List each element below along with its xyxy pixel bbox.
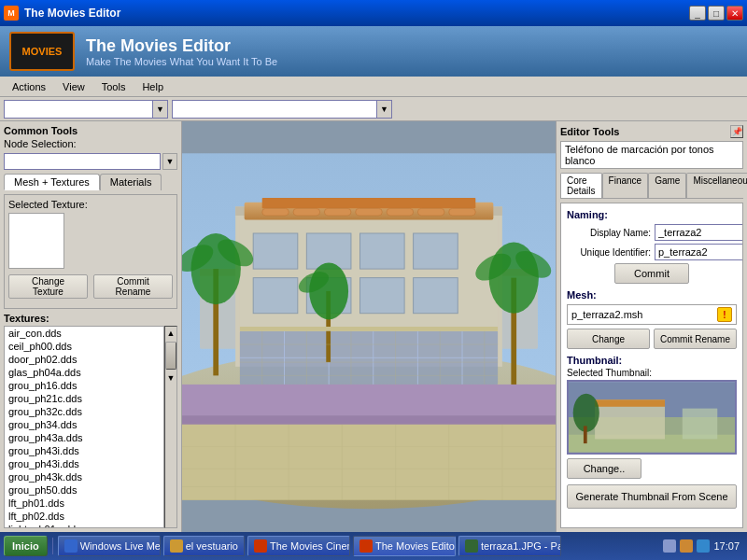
texture-list-item[interactable]: lft_ph01.dds <box>5 497 163 510</box>
node-select-input-row: ▼ <box>4 153 177 170</box>
svg-rect-69 <box>595 399 665 406</box>
taskbar-item-live[interactable]: Windows Live Me... <box>58 536 161 556</box>
left-tab-bar: Mesh + Textures Materials <box>4 174 177 190</box>
svg-rect-12 <box>356 208 383 216</box>
svg-rect-45 <box>240 327 498 331</box>
svg-rect-14 <box>417 208 444 216</box>
texture-list-item[interactable]: grou_ph43a.dds <box>5 431 163 444</box>
minimize-button[interactable]: _ <box>689 6 706 21</box>
svg-rect-20 <box>414 233 458 269</box>
selected-thumbnail-label: Selected Thumbnail: <box>567 368 737 378</box>
tab-materials[interactable]: Materials <box>100 174 162 190</box>
tab-finance[interactable]: Finance <box>602 173 649 198</box>
texture-list-scrollbar[interactable]: ▲ ▼ <box>164 326 177 528</box>
thumbnail-preview <box>567 380 737 455</box>
start-button[interactable]: Inicio <box>4 536 48 556</box>
menu-help[interactable]: Help <box>134 78 172 95</box>
menu-actions[interactable]: Actions <box>4 78 54 95</box>
texture-list-item[interactable]: door_ph02.dds <box>5 353 163 366</box>
tab-game[interactable]: Game <box>648 173 686 198</box>
taskbar-cinema-label: The Movies Cinem... <box>270 540 350 552</box>
node-selection-row: Node Selection: <box>4 138 177 149</box>
node-selection-label: Node Selection: <box>4 138 77 149</box>
mesh-section-title: Mesh: <box>567 289 737 301</box>
taskbar-item-paint[interactable]: terraza1.JPG - Paint <box>458 536 561 556</box>
change-thumbnail-btn[interactable]: Change.. <box>567 458 641 479</box>
svg-rect-24 <box>414 278 458 314</box>
svg-rect-17 <box>253 233 298 269</box>
texture-list-item[interactable]: grou_ph32c.dds <box>5 405 163 418</box>
maximize-button[interactable]: □ <box>708 6 725 21</box>
texture-list-item[interactable]: grou_ph43i.dds <box>5 444 163 457</box>
change-texture-btn[interactable]: ChangeTexture <box>8 274 88 299</box>
texture-list-item[interactable]: grou_ph21c.dds <box>5 392 163 405</box>
taskbar-cinema-icon <box>254 539 267 553</box>
tab-mesh-textures[interactable]: Mesh + Textures <box>4 174 100 190</box>
scroll-thumb[interactable] <box>165 342 176 370</box>
scroll-down-arrow[interactable]: ▼ <box>164 371 177 385</box>
textures-label: Textures: <box>4 313 177 324</box>
texture-list-item[interactable]: glas_ph04a.dds <box>5 366 163 379</box>
generate-thumbnail-btn[interactable]: Generate Thumbnail From Scene <box>567 484 737 509</box>
svg-rect-21 <box>253 278 298 314</box>
main-content: Common Tools Node Selection: ▼ Mesh + Te… <box>0 121 747 532</box>
app-header: MOVIES The Movies Editor Make The Movies… <box>0 26 747 77</box>
dropdown1-arrow[interactable]: ▼ <box>153 100 168 119</box>
texture-list-item[interactable]: light_ph01a.dds <box>5 523 163 528</box>
common-tools-header: Common Tools <box>4 125 177 136</box>
unique-id-input[interactable] <box>655 244 743 260</box>
svg-rect-9 <box>262 208 289 216</box>
display-name-input[interactable] <box>655 224 743 241</box>
thumbnail-section-title: Thumbnail: <box>567 355 737 366</box>
taskbar-paint-icon <box>465 539 478 553</box>
texture-list-item[interactable]: air_con.dds <box>5 327 163 340</box>
svg-rect-23 <box>359 278 404 314</box>
taskbar-editor-label: The Movies Editor <box>375 540 456 552</box>
dropdown2-input[interactable]: Teléfono de marcación por tonos blanco <box>172 100 377 119</box>
tab-miscellaneous[interactable]: Miscellaneous <box>686 173 747 198</box>
system-tray: 17:07 <box>659 539 743 553</box>
close-button[interactable]: ✕ <box>726 6 743 21</box>
naming-section-title: Naming: <box>567 209 737 220</box>
texture-list-item[interactable]: lft_ph02.dds <box>5 510 163 523</box>
tab-core-details[interactable]: Core Details <box>560 173 602 198</box>
svg-rect-8 <box>262 198 476 208</box>
commit-button[interactable]: Commit <box>614 263 689 284</box>
core-tabs-bar: Core Details Finance Game Miscellaneous <box>560 173 743 199</box>
tray-icon-3 <box>697 539 710 553</box>
svg-rect-13 <box>387 208 414 216</box>
taskbar-item-cinema[interactable]: The Movies Cinem... <box>247 536 350 556</box>
center-panel <box>182 121 556 532</box>
dropdown1-input[interactable]: Teléfono de marcación por <box>4 100 153 119</box>
taskbar-live-label: Windows Live Me... <box>80 540 161 552</box>
tray-icon-2 <box>680 539 693 553</box>
taskbar-item-vestuario[interactable]: el vestuario <box>163 536 245 556</box>
right-panel-pin[interactable]: 📌 <box>730 125 743 138</box>
menu-bar: Actions View Tools Help <box>0 77 747 97</box>
scroll-up-arrow[interactable]: ▲ <box>164 327 177 340</box>
taskbar-editor-icon <box>359 539 373 553</box>
taskbar: Inicio Windows Live Me... el vestuario T… <box>0 532 747 560</box>
taskbar-item-editor[interactable]: The Movies Editor <box>353 536 456 556</box>
svg-rect-15 <box>449 208 476 216</box>
change-mesh-btn[interactable]: Change <box>567 329 650 349</box>
svg-rect-55 <box>182 425 556 500</box>
menu-tools[interactable]: Tools <box>93 78 134 95</box>
node-select-box[interactable] <box>4 153 161 170</box>
node-arrow-btn[interactable]: ▼ <box>162 153 177 170</box>
texture-list-item[interactable]: grou_ph16.dds <box>5 379 163 392</box>
svg-rect-32 <box>182 385 556 420</box>
taskbar-paint-label: terraza1.JPG - Paint <box>481 540 561 552</box>
start-button-label: Inicio <box>12 540 39 552</box>
commit-rename-left-btn[interactable]: CommitRename <box>93 274 173 299</box>
texture-list-item[interactable]: grou_ph34.dds <box>5 418 163 431</box>
texture-list-item[interactable]: grou_ph50.dds <box>5 483 163 497</box>
commit-rename-mesh-btn[interactable]: Commit Rename <box>654 329 737 349</box>
dropdown2-arrow[interactable]: ▼ <box>377 100 392 119</box>
toolbar-row: Teléfono de marcación por ▼ Teléfono de … <box>0 97 747 121</box>
menu-view[interactable]: View <box>54 78 93 95</box>
title-bar: M The Movies Editor _ □ ✕ <box>0 0 747 26</box>
texture-list-item[interactable]: ceil_ph00.dds <box>5 340 163 353</box>
texture-list-item[interactable]: grou_ph43k.dds <box>5 470 163 483</box>
texture-list-item[interactable]: grou_ph43i.dds <box>5 457 163 470</box>
